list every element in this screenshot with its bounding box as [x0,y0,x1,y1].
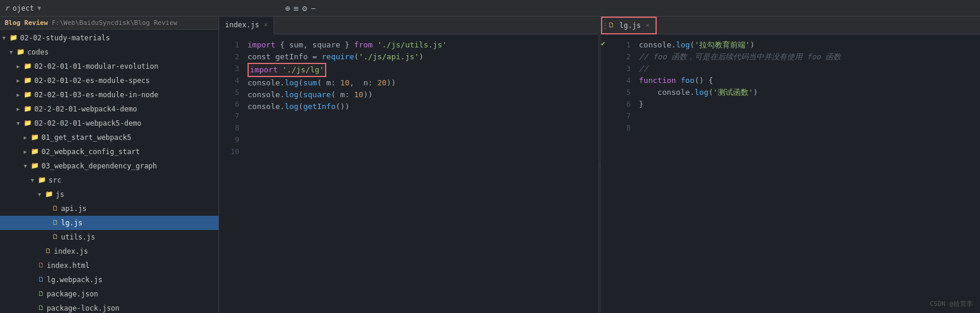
tab-close-lg-js[interactable]: ✕ [645,21,650,29]
code-line-4: import './js/lg' [248,63,593,77]
tab-close-index-js[interactable]: ✕ [264,21,268,28]
root-label: Blog Review [5,19,48,27]
add-icon[interactable]: ⊕ [285,4,290,13]
right-code-line-6: console.log('测试函数') [639,87,975,98]
watermark-text: CSDN @拾荒李 [930,300,973,308]
tab-index-js[interactable]: index.js ✕ [219,17,274,34]
toolbar-left: r oject ▼ ⊕ ≡ ⚙ − [5,4,316,13]
tree-item-js-folder[interactable]: ▼ 📁 js [0,187,219,202]
minus-icon[interactable]: − [311,4,316,13]
project-title: oject [12,4,34,12]
root-path: F:\Web\BaiduSyncdisk\Blog Review [52,19,177,27]
right-code-line-7: } [639,98,975,110]
gutter-check: ✔ [601,34,611,313]
watermark: CSDN @拾荒李 [930,299,973,308]
sidebar: Blog Review F:\Web\BaiduSyncdisk\Blog Re… [0,17,219,313]
tree-item-es-specs[interactable]: ▶ 📁 02-02-01-02-es-module-specs [0,74,219,88]
settings-icon[interactable]: ⚙ [302,4,307,13]
tree-item-api-js[interactable]: ▶ 🗋 api.js [0,202,219,216]
tab-label-index-js: index.js [225,21,259,29]
tab-label-lg-js: lg.js [619,21,641,30]
left-line-numbers: 12345 678910 [219,34,243,313]
left-editor-tabs: index.js ✕ [219,17,598,34]
tree-item-package-lock[interactable]: ▶ 🗋 package-lock.json [0,301,219,313]
right-line-numbers: 12345 678 [611,34,634,313]
dropdown-icon[interactable]: ▼ [37,5,41,11]
right-code-line-5: function foo() { [639,75,975,87]
editor-split: index.js ✕ 12345 678910 import { sum, sq… [219,17,980,313]
sidebar-tree: ▼ 📁 02-02-study-materials ▼ 📁 codes ▶ 📁 … [0,30,219,313]
code-line-6: console.log(sum( m: 10, n: 20)) [248,77,593,89]
code-line-1: import { sum, square } from './js/utils.… [248,39,593,51]
code-line-2: const getInfo = require('./js/api.js') [248,51,593,63]
tree-item-get-start[interactable]: ▶ 📁 01_get_start_webpack5 [0,130,219,145]
main-area: Blog Review F:\Web\BaiduSyncdisk\Blog Re… [0,17,980,313]
right-code-line-3: // foo 函数，可是在后续代码当中并没有使用 foo 函数 [639,51,975,63]
right-code-line-1: console.log('拉勾教育前端') [639,39,975,51]
tree-item-lg-js[interactable]: ▶ 🗋 lg.js [0,216,219,230]
editor-area: index.js ✕ 12345 678910 import { sum, sq… [219,17,980,313]
tree-item-study-materials[interactable]: ▼ 📁 02-02-study-materials [0,31,219,45]
left-editor-content: 12345 678910 import { sum, square } from… [219,34,598,313]
right-code-line-4: // [639,63,975,75]
tree-item-dependency-graph[interactable]: ▼ 📁 03_webpack_dependency_graph [0,159,219,173]
left-code-area[interactable]: import { sum, square } from './js/utils.… [243,34,598,313]
toolbar: r oject ▼ ⊕ ≡ ⚙ − [0,0,980,17]
pane-menu-icon[interactable]: ⋮ [601,21,612,30]
project-label: r [5,4,9,12]
tree-item-index-js-src[interactable]: ▶ 🗋 index.js [0,244,219,258]
tree-item-webpack-config[interactable]: ▶ 📁 02_webpack_config_start [0,145,219,159]
left-editor-pane: index.js ✕ 12345 678910 import { sum, sq… [219,17,598,313]
sidebar-header: Blog Review F:\Web\BaiduSyncdisk\Blog Re… [0,17,219,30]
code-line-8: console.log(getInfo()) [248,101,593,113]
tree-item-webpack5[interactable]: ▼ 📁 02-02-02-01-webpack5-demo [0,116,219,130]
tree-item-utils-js[interactable]: ▶ 🗋 utils.js [0,230,219,244]
align-icon[interactable]: ≡ [294,4,298,13]
right-editor-tabs: ⋮ 🗋 lg.js ✕ [601,17,980,34]
right-editor-pane: ⋮ 🗋 lg.js ✕ ✔ 12345 678 console.log('拉勾教… [601,17,980,313]
right-code-area[interactable]: console.log('拉勾教育前端') // foo 函数，可是在后续代码当… [634,34,980,313]
tree-item-es-node[interactable]: ▶ 📁 02-02-01-03-es-module-in-node [0,88,219,102]
tree-item-index-html[interactable]: ▶ 🗋 index.html [0,258,219,273]
right-editor-content: ✔ 12345 678 console.log('拉勾教育前端') // foo… [601,34,980,313]
code-line-7: console.log(square( m: 10)) [248,89,593,101]
tree-item-src[interactable]: ▼ 📁 src [0,173,219,187]
tree-item-package-json[interactable]: ▶ 🗋 package.json [0,287,219,301]
tree-item-webpack4[interactable]: ▶ 📁 02-2-02-01-webpack4-demo [0,102,219,116]
tree-item-modular[interactable]: ▶ 📁 02-02-01-01-modular-evolution [0,59,219,74]
tree-item-lg-webpack[interactable]: ▶ 🗋 lg.webpack.js [0,273,219,287]
tree-item-codes[interactable]: ▼ 📁 codes [0,45,219,59]
